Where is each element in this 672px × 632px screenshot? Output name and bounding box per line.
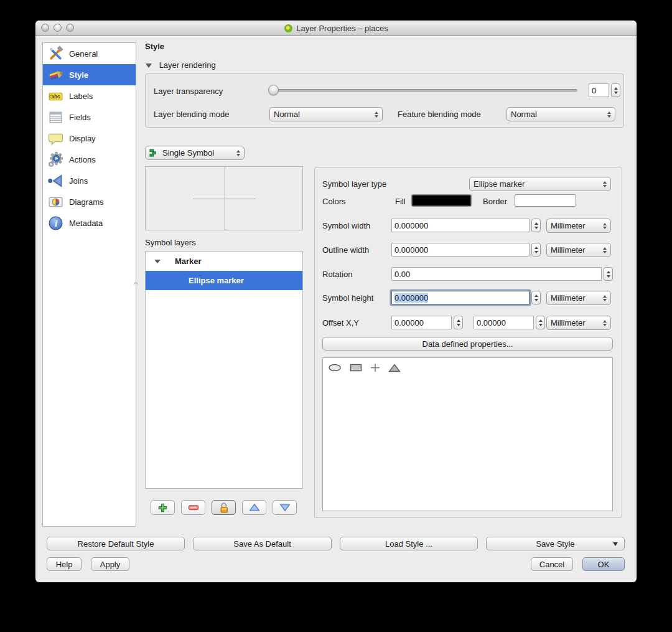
renderer-value: Single Symbol: [162, 148, 233, 158]
outline-width-label: Outline width: [322, 245, 369, 255]
disclosure-triangle-icon: [154, 260, 161, 263]
symbol-height-input[interactable]: 0.000000: [391, 291, 530, 304]
move-layer-up-button[interactable]: [242, 500, 266, 515]
select-arrows-icon: [603, 295, 607, 301]
symbol-height-unit-select[interactable]: Millimeter: [546, 291, 611, 305]
shape-triangle-icon[interactable]: [388, 364, 401, 372]
symbol-height-stepper[interactable]: [531, 291, 541, 304]
single-symbol-icon: [149, 148, 159, 158]
outline-width-unit-select[interactable]: Millimeter: [546, 243, 611, 257]
sidebar-item-metadata[interactable]: i Metadata: [43, 212, 136, 233]
save-as-default-button[interactable]: Save As Default: [193, 537, 332, 550]
symbol-width-label: Symbol width: [322, 221, 370, 230]
restore-default-style-button[interactable]: Restore Default Style: [47, 537, 185, 550]
minus-icon: [188, 503, 199, 512]
tree-item-label: Marker: [175, 257, 202, 266]
sidebar-item-diagrams[interactable]: Diagrams: [43, 191, 136, 212]
select-arrows-icon: [603, 247, 607, 253]
offset-unit-select[interactable]: Millimeter: [546, 316, 611, 330]
select-arrows-icon: [603, 181, 607, 187]
select-arrows-icon: [236, 150, 240, 156]
sidebar-item-joins[interactable]: Joins: [43, 170, 136, 191]
transparency-slider-thumb[interactable]: [268, 85, 279, 95]
gear-play-icon: [48, 152, 63, 167]
sidebar-item-label: Diagrams: [69, 197, 104, 207]
save-style-button[interactable]: Save Style: [486, 537, 625, 550]
disclosure-triangle-icon: [146, 64, 152, 68]
window-title: Layer Properties – places: [296, 24, 388, 33]
feature-blending-select[interactable]: Normal: [506, 107, 615, 121]
border-color-button[interactable]: [515, 194, 576, 207]
load-style-button[interactable]: Load Style ...: [340, 537, 478, 550]
apply-button[interactable]: Apply: [91, 557, 129, 571]
transparency-stepper[interactable]: [611, 83, 620, 97]
symbol-layer-type-label: Symbol layer type: [322, 179, 386, 189]
plus-icon: [157, 502, 168, 513]
offset-x-input[interactable]: [391, 316, 452, 329]
sidebar-item-label: Style: [69, 70, 88, 80]
layer-rendering-title: Layer rendering: [159, 60, 216, 70]
add-symbol-layer-button[interactable]: [151, 500, 175, 515]
select-arrows-icon: [375, 111, 378, 118]
offset-label: Offset X,Y: [322, 318, 359, 328]
symbol-width-unit-select[interactable]: Millimeter: [546, 219, 611, 233]
shape-rectangle-icon[interactable]: [350, 364, 362, 372]
svg-text:abc: abc: [51, 93, 60, 100]
shape-ellipse-icon[interactable]: [328, 364, 342, 372]
symbol-width-stepper[interactable]: [531, 219, 541, 232]
renderer-select[interactable]: Single Symbol: [145, 146, 245, 160]
tree-item-ellipse-marker[interactable]: Ellipse marker: [146, 271, 302, 290]
sidebar-item-style[interactable]: Style: [43, 64, 136, 85]
qgis-icon: [284, 24, 293, 33]
minimize-window-button[interactable]: [54, 24, 62, 32]
tools-icon: [48, 46, 63, 62]
close-window-button[interactable]: [41, 24, 49, 32]
sidebar-item-actions[interactable]: Actions: [43, 149, 136, 170]
zoom-window-button[interactable]: [66, 24, 74, 32]
help-button[interactable]: Help: [47, 557, 82, 571]
unit-value: Millimeter: [551, 245, 599, 255]
layer-transparency-label: Layer transparency: [154, 87, 223, 96]
layer-rendering-disclosure[interactable]: Layer rendering: [146, 60, 216, 70]
symbol-height-selected-text: 0.000000: [394, 293, 428, 303]
layer-blending-select[interactable]: Normal: [269, 107, 383, 121]
sidebar-item-general[interactable]: General: [43, 43, 136, 64]
shape-cross-icon[interactable]: [370, 363, 380, 372]
offset-y-input[interactable]: [474, 316, 534, 329]
rotation-input[interactable]: [391, 267, 602, 281]
down-arrow-icon: [279, 503, 291, 512]
unit-value: Millimeter: [551, 318, 599, 328]
lock-colors-button[interactable]: [212, 500, 236, 515]
info-icon: i: [48, 215, 63, 231]
rotation-stepper[interactable]: [604, 267, 613, 281]
sidebar-item-labels[interactable]: abc Labels: [43, 85, 136, 106]
move-layer-down-button[interactable]: [273, 500, 297, 515]
open-lock-icon: [218, 502, 230, 514]
titlebar[interactable]: Layer Properties – places: [35, 21, 637, 36]
sidebar-item-display[interactable]: Display: [43, 128, 136, 149]
svg-text:i: i: [55, 219, 57, 229]
page-title: Style: [145, 42, 164, 51]
symbol-layer-type-select[interactable]: Ellipse marker: [469, 177, 611, 191]
tree-item-marker[interactable]: Marker: [146, 252, 302, 271]
ellipse-shape-list: [322, 357, 613, 511]
cancel-button[interactable]: Cancel: [531, 557, 573, 571]
properties-sidebar: General Style abc Labels: [42, 42, 136, 527]
outline-width-input[interactable]: [391, 243, 530, 257]
fill-color-button[interactable]: [411, 194, 472, 207]
offset-x-stepper[interactable]: [454, 316, 463, 329]
offset-y-stepper[interactable]: [536, 316, 545, 329]
symbol-layers-tree: Marker Ellipse marker: [145, 251, 303, 489]
transparency-slider-track[interactable]: [271, 89, 577, 92]
sidebar-item-label: Actions: [69, 155, 96, 164]
outline-width-stepper[interactable]: [531, 243, 541, 257]
remove-symbol-layer-button[interactable]: [181, 500, 205, 515]
symbol-width-input[interactable]: [391, 219, 530, 232]
ok-button[interactable]: OK: [582, 557, 625, 571]
sidebar-item-fields[interactable]: Fields: [43, 106, 136, 128]
data-defined-properties-button[interactable]: Data defined properties...: [322, 337, 613, 351]
dropdown-arrow-icon: [613, 542, 618, 546]
sidebar-item-label: Fields: [69, 113, 91, 122]
splitter-handle[interactable]: [134, 282, 138, 286]
transparency-value-input[interactable]: [589, 83, 609, 97]
